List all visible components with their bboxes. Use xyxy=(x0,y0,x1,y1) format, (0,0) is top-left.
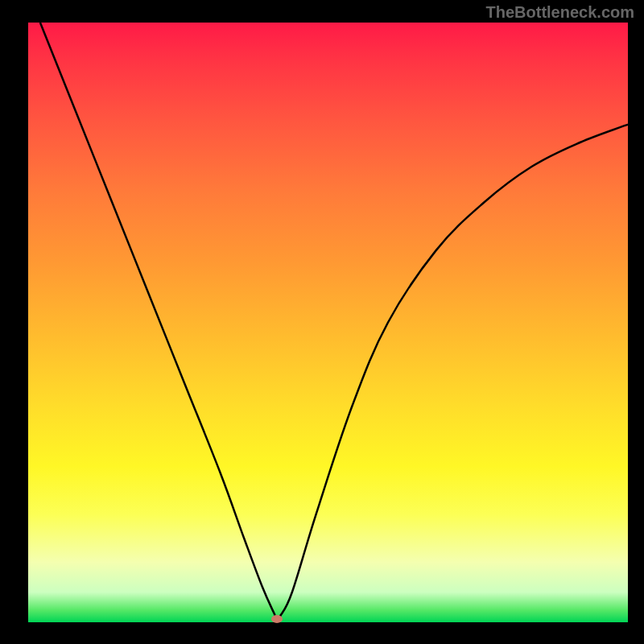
optimal-point-marker xyxy=(271,615,283,623)
bottleneck-curve xyxy=(28,23,628,622)
chart-plot-area xyxy=(28,23,628,622)
attribution-text: TheBottleneck.com xyxy=(486,3,634,22)
